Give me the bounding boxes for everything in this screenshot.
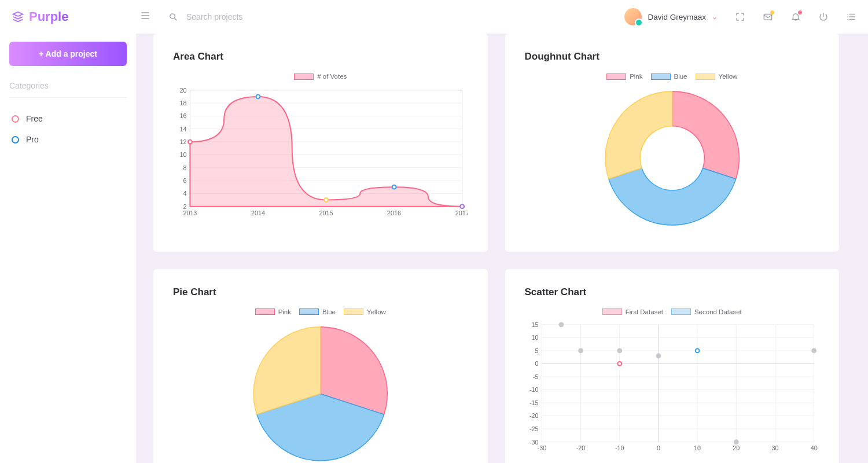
svg-point-32 <box>256 95 260 99</box>
top-bar: Purple David Greymaax ⌄ <box>0 0 868 34</box>
svg-text:2: 2 <box>183 203 187 210</box>
brand-name: Purple <box>29 9 68 24</box>
svg-text:-20: -20 <box>576 444 585 451</box>
card-title: Doughnut Chart <box>525 51 820 63</box>
search-icon <box>168 12 178 22</box>
search <box>168 12 337 22</box>
svg-text:16: 16 <box>180 112 187 119</box>
legend-item[interactable]: Second Dataset <box>671 308 742 315</box>
svg-text:20: 20 <box>733 444 740 451</box>
svg-text:-30: -30 <box>537 444 546 451</box>
scatter-legend: First Dataset Second Dataset <box>525 308 820 315</box>
svg-point-77 <box>579 348 583 352</box>
legend-item[interactable]: First Dataset <box>602 308 663 315</box>
logo[interactable]: Purple <box>12 9 136 24</box>
svg-point-80 <box>734 440 738 444</box>
svg-point-31 <box>188 140 192 144</box>
svg-text:-10: -10 <box>615 444 624 451</box>
user-name: David Greymaax <box>648 13 706 21</box>
svg-text:-30: -30 <box>529 438 538 445</box>
pie-chart-card: Pie Chart Pink Blue Yellow <box>153 269 488 463</box>
sidebar-item-label: Free <box>26 114 43 123</box>
svg-text:0: 0 <box>656 444 660 451</box>
svg-point-0 <box>170 13 175 18</box>
dot-icon <box>12 136 19 144</box>
area-legend: # of Votes <box>173 73 468 80</box>
svg-point-75 <box>695 348 699 352</box>
logo-icon <box>12 10 24 23</box>
add-project-button[interactable]: + Add a project <box>9 42 127 66</box>
sidebar: + Add a project Categories Free Pro <box>0 34 136 463</box>
svg-text:8: 8 <box>183 164 187 171</box>
scatter-chart-card: Scatter Chart First Dataset Second Datas… <box>505 269 840 463</box>
svg-point-79 <box>656 354 660 358</box>
svg-text:14: 14 <box>180 126 187 133</box>
search-input[interactable] <box>186 12 337 21</box>
settings-list-icon[interactable] <box>846 12 856 22</box>
legend-item[interactable]: Blue <box>299 308 336 315</box>
svg-text:6: 6 <box>183 177 187 184</box>
svg-text:18: 18 <box>180 100 187 106</box>
bell-icon[interactable] <box>790 12 801 22</box>
svg-text:4: 4 <box>183 190 187 197</box>
card-title: Area Chart <box>173 51 468 63</box>
svg-text:-5: -5 <box>532 373 538 380</box>
legend-item[interactable]: Pink <box>606 73 642 80</box>
menu-toggle-icon[interactable] <box>139 10 151 24</box>
area-chart: 246810121416182020132014201520162017 <box>173 84 468 221</box>
svg-text:0: 0 <box>535 360 538 367</box>
svg-point-76 <box>559 322 563 326</box>
main-content: Area Chart # of Votes 246810121416182020… <box>136 34 856 463</box>
legend-item[interactable]: Pink <box>255 308 291 315</box>
svg-text:10: 10 <box>694 444 701 451</box>
svg-rect-1 <box>764 14 772 20</box>
doughnut-chart <box>525 84 820 232</box>
fullscreen-icon[interactable] <box>735 12 745 22</box>
mail-icon[interactable] <box>763 12 773 22</box>
svg-text:2014: 2014 <box>251 210 265 216</box>
legend-item[interactable]: Yellow <box>696 73 738 80</box>
svg-text:2016: 2016 <box>387 210 401 216</box>
svg-text:2017: 2017 <box>455 210 468 216</box>
topbar-right: David Greymaax ⌄ <box>624 8 856 25</box>
svg-text:2013: 2013 <box>183 210 197 216</box>
chevron-down-icon: ⌄ <box>712 13 718 21</box>
sidebar-item-free[interactable]: Free <box>9 108 127 129</box>
svg-point-78 <box>617 348 621 352</box>
svg-text:-20: -20 <box>529 412 538 419</box>
sidebar-item-label: Pro <box>26 135 39 144</box>
legend-item[interactable]: Blue <box>651 73 687 80</box>
svg-point-35 <box>460 204 464 208</box>
svg-text:2015: 2015 <box>319 210 333 216</box>
area-chart-card: Area Chart # of Votes 246810121416182020… <box>153 34 488 252</box>
svg-text:10: 10 <box>180 151 187 158</box>
power-icon[interactable] <box>818 12 829 22</box>
doughnut-legend: Pink Blue Yellow <box>525 73 820 80</box>
svg-point-81 <box>812 348 816 352</box>
svg-point-34 <box>392 185 396 189</box>
pie-legend: Pink Blue Yellow <box>173 308 468 315</box>
card-title: Scatter Chart <box>525 286 820 298</box>
svg-point-74 <box>617 362 621 366</box>
svg-text:-15: -15 <box>529 399 538 406</box>
categories-heading: Categories <box>9 81 127 98</box>
svg-text:30: 30 <box>771 444 778 451</box>
sidebar-item-pro[interactable]: Pro <box>9 129 127 150</box>
svg-text:10: 10 <box>531 334 538 341</box>
svg-text:-10: -10 <box>529 386 538 393</box>
svg-text:-25: -25 <box>529 425 538 432</box>
doughnut-chart-card: Doughnut Chart Pink Blue Yellow <box>505 34 840 252</box>
avatar <box>624 8 642 25</box>
svg-text:20: 20 <box>180 87 187 94</box>
svg-text:40: 40 <box>810 444 817 451</box>
svg-text:15: 15 <box>531 321 538 328</box>
svg-point-33 <box>324 198 328 202</box>
user-menu[interactable]: David Greymaax ⌄ <box>624 8 718 25</box>
svg-text:5: 5 <box>535 347 538 354</box>
svg-text:12: 12 <box>180 138 187 145</box>
legend-item[interactable]: Yellow <box>344 308 386 315</box>
scatter-chart: -30-20-10010203040-30-25-20-15-10-505101… <box>525 320 819 456</box>
dot-icon <box>12 115 19 123</box>
card-title: Pie Chart <box>173 286 468 298</box>
legend-item[interactable]: # of Votes <box>294 73 347 80</box>
